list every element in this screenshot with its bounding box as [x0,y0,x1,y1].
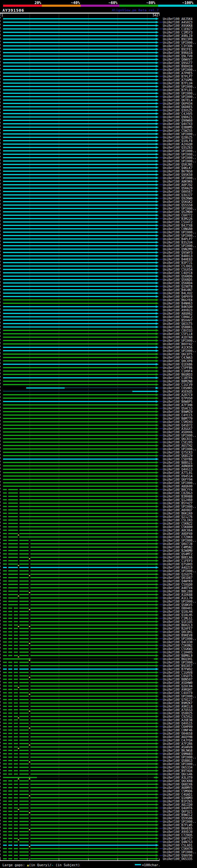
hit-label[interactable]: UniRef100_UPI000.. [163,133,196,136]
alignment-row[interactable]: UniRef100_C1GCV9 [0,383,197,386]
hit-label[interactable]: UniRef100_A2R7C9 [163,394,192,397]
hit-label[interactable]: UniRef100_UPI000.. [163,434,196,437]
alignment-row[interactable]: UniRef100_UPI000.. [0,434,197,437]
hit-label[interactable]: UniRef100_A7F2R6 [163,742,192,745]
hit-line[interactable] [3,448,156,450]
hit-label[interactable]: UniRef100_B9I857 [163,664,192,668]
hit-label[interactable]: UniRef100_Q6FQ21 [163,810,192,813]
alignment-row[interactable]: UniRef100_C5GX54 [0,268,197,271]
hit-line[interactable] [3,205,156,206]
hit-line[interactable] [3,634,156,636]
alignment-row[interactable]: UniRef100_A8K9K6 [0,180,197,183]
hit-label[interactable]: UniRef100_B4R013 [163,255,192,258]
hit-label[interactable]: UniRef100_A5DHW0 [163,681,192,684]
alignment-row[interactable]: UniRef100_A4QZC0 [0,566,197,569]
alignment-row[interactable]: UniRef100_C4M5N2 [0,546,197,549]
hit-label[interactable]: UniRef100_Q4WYK9 [163,580,192,583]
hit-line[interactable] [3,127,156,128]
hit-label[interactable]: UniRef100_A8K9K6 [163,180,192,183]
hit-line[interactable] [3,526,156,527]
alignment-row[interactable]: UniRef100_Q6BIZ9 [0,454,197,458]
hit-label[interactable]: UniRef100_B4LXU2 [163,292,192,295]
alignment-row[interactable]: UniRef100_A3GGX7 [0,427,197,430]
hit-label[interactable]: UniRef100_C7Z0K0 [163,536,192,539]
hit-line[interactable] [3,465,156,466]
alignment-row[interactable]: UniRef100_B6K2A9 [0,512,197,515]
alignment-row[interactable]: UniRef100_B1PZ65 [0,800,197,803]
hit-line[interactable] [3,614,156,616]
hit-label[interactable]: UniRef100_A4S0Z3 [163,21,192,24]
alignment-row[interactable]: UniRef100_Q5BKV5 [0,603,197,607]
alignment-row[interactable]: UniRef100_A1CK56 [0,346,197,349]
hit-line[interactable] [3,611,156,612]
alignment-row[interactable]: UniRef100_UPI000.. [0,85,197,88]
hit-line[interactable] [3,150,156,152]
hit-label[interactable]: UniRef100_Q3SZ63 [163,146,192,149]
hit-label[interactable]: UniRef100_Q7S0H3 [163,563,192,566]
hit-label[interactable]: UniRef100_A8Q600 [163,485,192,488]
hit-label[interactable]: UniRef100_C5E205 [163,441,192,444]
hit-line[interactable] [3,89,156,91]
hit-line[interactable] [3,170,156,172]
alignment-row[interactable]: UniRef100_Q9SGT7 [0,61,197,65]
hit-label[interactable]: UniRef100_Q6FY94 [163,478,192,481]
alignment-row[interactable]: UniRef100_UPI000.. [0,177,197,180]
alignment-row[interactable]: UniRef100_B6TNS0 [0,170,197,173]
alignment-row[interactable]: UniRef100_Q4VG15 [0,722,197,725]
alignment-row[interactable]: UniRef100_Q5B8R1 [0,326,197,329]
alignment-row[interactable]: UniRef100_B9I857 [0,664,197,668]
hit-line[interactable] [3,404,156,405]
hit-line[interactable] [3,547,156,548]
alignment-row[interactable]: UniRef100_O94514 [0,474,197,478]
alignment-row[interactable]: UniRef100_UPI000.. [0,539,197,542]
hit-label[interactable]: UniRef100_UPI000.. [163,756,196,759]
hit-label[interactable]: UniRef100_Q10LF8 [163,140,192,143]
hit-label[interactable]: UniRef100_A1CL70 [163,597,192,600]
hit-label[interactable]: UniRef100_Q10LH4 [163,610,192,613]
hit-line[interactable] [3,248,156,250]
hit-label[interactable]: UniRef100_C5X4T2 [163,221,192,224]
hit-line[interactable] [3,499,156,500]
alignment-row[interactable]: UniRef100_C9ZVG2 [0,715,197,718]
hit-label[interactable]: UniRef100_C5MIH3 [163,421,192,424]
alignment-row[interactable]: UniRef100_B9I3P0 [0,37,197,41]
alignment-row[interactable]: UniRef100_B4PLP7 [0,238,197,241]
hit-label[interactable]: UniRef100_C5PFB6 [163,366,192,370]
alignment-row[interactable]: UniRef100_UPI000.. [0,447,197,451]
hit-line[interactable] [3,18,156,20]
hit-label[interactable]: UniRef100_Q75CR3 [163,451,192,454]
hit-label[interactable]: UniRef100_B0CYY4 [163,488,192,491]
alignment-row[interactable]: UniRef100_Q1E6B6 [0,363,197,366]
hit-label[interactable]: UniRef100_B5Y4Z7 [163,502,192,505]
alignment-row[interactable]: UniRef100_B8M6L9 [0,654,197,657]
hit-line[interactable] [3,177,156,179]
alignment-row[interactable]: UniRef100_UPI000.. [0,695,197,698]
alignment-row[interactable]: UniRef100_Q4KLK7 [0,166,197,170]
alignment-row[interactable]: UniRef100_C7Z0Q5 [0,834,197,837]
hit-line[interactable] [3,384,156,385]
hit-line[interactable] [3,506,156,507]
hit-line[interactable] [3,631,156,632]
hit-label[interactable]: UniRef100_A9VDJ0 [163,831,192,834]
hit-line[interactable] [3,624,156,626]
hit-line[interactable] [3,431,156,433]
hit-line[interactable] [3,28,156,30]
hit-label[interactable]: UniRef100_C5L6D1 [163,844,192,847]
hit-line[interactable] [3,469,156,470]
hit-label[interactable]: UniRef100_Q6CR31 [163,438,192,441]
hit-line[interactable] [3,533,156,534]
hit-line[interactable] [3,780,156,781]
hit-label[interactable]: UniRef100_B2AFE7 [163,627,192,630]
hit-line[interactable] [3,702,156,704]
hit-label[interactable]: UniRef100_A0PJ92 [163,184,192,187]
hit-line[interactable] [3,730,156,731]
hit-label[interactable]: UniRef100_B0ECA6 [163,556,192,559]
hit-line[interactable] [3,25,156,26]
hit-line[interactable] [3,801,156,802]
hit-line[interactable] [3,52,156,53]
hit-line[interactable] [3,828,156,829]
hit-line[interactable] [3,35,156,36]
hit-label[interactable]: UniRef100_B6TNS0 [163,170,192,173]
hit-line[interactable] [3,733,156,734]
hit-line[interactable] [3,726,156,727]
